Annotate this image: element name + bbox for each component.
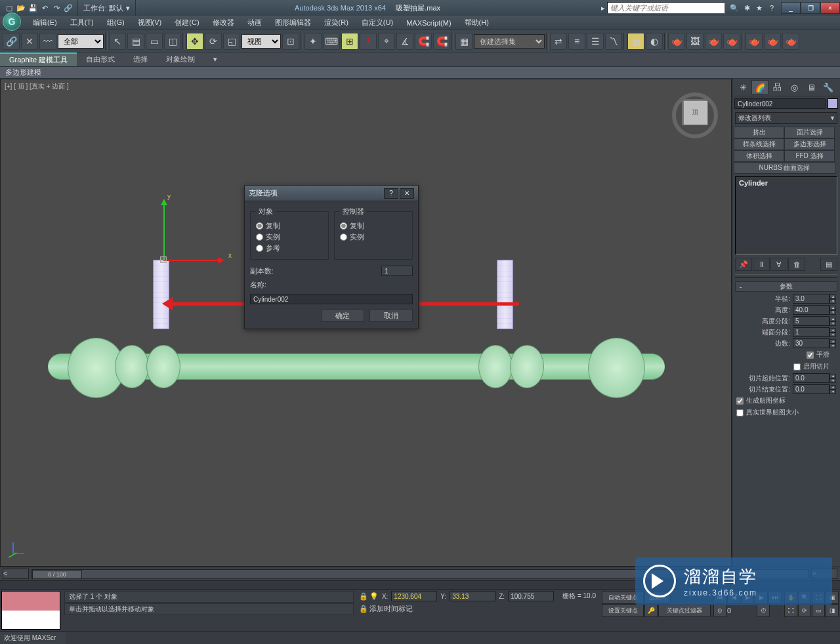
stack-item-cylinder[interactable]: Cylinder [739, 179, 833, 187]
menu-maxscript[interactable]: MAXScript(M) [400, 16, 457, 30]
mod-nurbsselect[interactable]: NURBS 曲面选择 [734, 162, 835, 174]
teapot3-icon[interactable]: 🫖 [782, 33, 799, 50]
material-editor-icon[interactable]: ◐ [646, 33, 663, 50]
link-icon[interactable]: 🔗 [63, 3, 74, 13]
ribbon-panel-polymodel[interactable]: 多边形建模 [0, 67, 840, 79]
open-icon[interactable]: 📂 [16, 3, 26, 13]
param-sliceto-input[interactable]: 0.0 [793, 384, 830, 394]
name-input[interactable] [250, 294, 413, 304]
scale-icon[interactable]: ◱ [223, 33, 240, 50]
tab-utilities-icon[interactable]: 🔧 [820, 80, 837, 94]
remove-modifier-icon[interactable]: 🗑 [788, 258, 805, 271]
bind-space-warp-icon[interactable]: 〰 [39, 33, 56, 50]
radio-reference[interactable] [256, 245, 263, 252]
selection-filter-combo[interactable]: 全部 [58, 34, 104, 49]
lock-icon[interactable]: 🔒 [359, 592, 368, 601]
mini-listener[interactable] [1, 591, 60, 630]
help-icon[interactable]: ? [766, 3, 777, 13]
close-button[interactable]: × [820, 2, 840, 14]
nav-selected-icon[interactable]: ◨ [826, 604, 839, 617]
z-input[interactable]: 100.755 [508, 591, 554, 601]
radio-copy[interactable] [256, 222, 263, 230]
rendered-frame-icon[interactable]: 🖼 [686, 33, 704, 50]
modifier-list-combo[interactable]: 修改器列表 [735, 112, 837, 124]
cancel-button[interactable]: 取消 [369, 309, 413, 322]
dialog-help-button[interactable]: ? [384, 188, 398, 199]
dialog-close-button[interactable]: ✕ [400, 188, 414, 199]
render-production-icon[interactable]: 🫖 [705, 33, 722, 50]
nav-zoom-extents-icon[interactable]: ⛶ [784, 604, 797, 617]
ribbon-tab-freeform[interactable]: 自由形式 [77, 52, 124, 66]
make-unique-icon[interactable]: ∀ [770, 258, 788, 271]
menu-graph[interactable]: 图形编辑器 [268, 16, 318, 30]
isolate-icon[interactable]: 💡 [369, 592, 379, 601]
tab-create-icon[interactable]: ✳ [734, 80, 751, 94]
tab-display-icon[interactable]: 🖥 [803, 80, 820, 94]
radio-instance[interactable] [256, 233, 263, 241]
teapot2-icon[interactable]: 🫖 [764, 33, 781, 50]
mirror-icon[interactable]: ⇄ [550, 33, 567, 50]
param-sides-spinner[interactable]: ▴▾ [830, 339, 836, 348]
setkey-button[interactable]: 设置关键点 [602, 604, 644, 617]
nav-orbit-icon[interactable]: ⟳ [798, 604, 811, 617]
show-end-result-icon[interactable]: Ⅱ [753, 258, 770, 271]
select-by-name-icon[interactable]: ▤ [127, 33, 144, 50]
help-search-input[interactable] [607, 2, 725, 14]
menu-create[interactable]: 创建(C) [168, 16, 205, 30]
snap-toggle-icon[interactable]: ⊞ [341, 33, 358, 50]
select-link-icon[interactable]: 🔗 [3, 33, 20, 50]
tab-modify-icon[interactable]: 🌈 [751, 80, 768, 94]
gizmo-y-axis[interactable] [163, 201, 165, 260]
curve-editor-icon[interactable]: 〽 [605, 33, 622, 50]
param-hseg-spinner[interactable]: ▴▾ [830, 317, 836, 326]
ribbon-tab-graphite[interactable]: Graphite 建模工具 [0, 52, 77, 66]
configure-sets-icon[interactable]: ▤ [820, 258, 837, 271]
object-color-swatch[interactable] [828, 98, 838, 109]
render-iterative-icon[interactable]: 🫖 [723, 33, 740, 50]
spinner-snap-icon[interactable]: ∡ [396, 33, 413, 50]
param-slicefrom-spinner[interactable]: ▴▾ [830, 374, 836, 383]
snap-options2-icon[interactable]: 🧲 [433, 33, 450, 50]
unlink-icon[interactable]: ✕ [21, 33, 38, 50]
menu-modifiers[interactable]: 修改器 [206, 16, 241, 30]
window-crossing-icon[interactable]: ◫ [164, 33, 181, 50]
teapot1-icon[interactable]: 🫖 [746, 33, 763, 50]
param-height-input[interactable]: 40.0 [793, 305, 830, 315]
object-name-input[interactable] [734, 98, 826, 109]
manipulate-icon[interactable]: ✦ [304, 33, 322, 50]
save-icon[interactable]: 💾 [28, 3, 38, 13]
nav-maximize-icon[interactable]: ▭ [812, 604, 825, 617]
move-icon[interactable]: ✥ [186, 33, 203, 50]
menu-group[interactable]: 组(G) [100, 16, 131, 30]
tab-motion-icon[interactable]: ◎ [786, 80, 803, 94]
x-input[interactable]: 1230.604 [391, 591, 437, 601]
addtime-label[interactable]: 添加时间标记 [369, 604, 413, 614]
pivot-center-icon[interactable]: ⊡ [282, 33, 299, 50]
keyboard-shortcut-icon[interactable]: ⌨ [323, 33, 340, 50]
time-slider-handle[interactable]: 0 / 100 [32, 570, 82, 579]
param-hseg-input[interactable]: 5 [793, 316, 830, 326]
snap-options-icon[interactable]: 🧲 [415, 33, 432, 50]
ribbon-tab-paint[interactable]: 对象绘制 [157, 52, 204, 66]
binoculars-icon[interactable]: 🔍 [729, 3, 740, 13]
named-sets-edit-icon[interactable]: ▦ [455, 33, 472, 50]
keyfilter-button[interactable]: 关键点过滤器 [658, 604, 711, 617]
param-radius-input[interactable]: 3.0 [793, 294, 830, 304]
select-object-icon[interactable]: ↖ [109, 33, 126, 50]
menu-tools[interactable]: 工具(T) [64, 16, 100, 30]
chk-slice[interactable] [793, 363, 801, 371]
param-slicefrom-input[interactable]: 0.0 [793, 373, 830, 383]
mod-patchselect[interactable]: 面片选择 [784, 127, 835, 138]
percent-snap-icon[interactable]: ⌖ [378, 33, 395, 50]
mod-splineselect[interactable]: 样条线选择 [734, 138, 784, 150]
schematic-view-icon[interactable]: ▦ [627, 33, 644, 50]
timetag-icon[interactable]: 🔒 [359, 605, 368, 613]
search-arrow-icon[interactable]: ▸ [599, 4, 607, 12]
layers-icon[interactable]: ☰ [587, 33, 604, 50]
select-region-icon[interactable]: ▭ [146, 33, 163, 50]
menu-help[interactable]: 帮助(H) [458, 16, 495, 30]
new-icon[interactable]: ▢ [4, 3, 14, 13]
comm-center-icon[interactable]: ✱ [742, 3, 752, 13]
param-cseg-input[interactable]: 1 [793, 327, 830, 337]
menu-customize[interactable]: 自定义(U) [355, 16, 400, 30]
